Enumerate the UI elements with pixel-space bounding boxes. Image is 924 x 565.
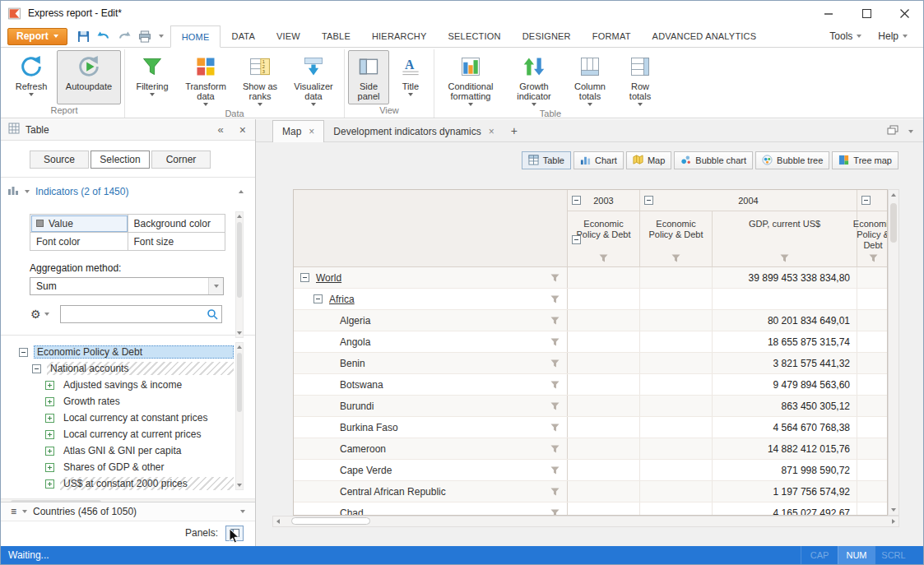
scrollbar-thumb[interactable]	[237, 222, 242, 298]
doc-tab-map[interactable]: Map ×	[272, 120, 324, 142]
print-dropdown-icon[interactable]	[159, 35, 164, 38]
tab-table[interactable]: TABLE	[311, 25, 361, 47]
settings-button[interactable]: ⚙	[30, 308, 49, 321]
float-window-icon[interactable]	[887, 125, 898, 137]
maximize-button[interactable]	[847, 1, 885, 25]
scroll-up-icon[interactable]	[891, 193, 896, 197]
doc-tab-development-indicators[interactable]: Development indicators dynamics ×	[324, 122, 503, 141]
redo-icon[interactable]	[118, 30, 131, 42]
help-menu[interactable]: Help	[871, 30, 915, 42]
close-tab-icon[interactable]: ×	[489, 126, 495, 137]
tab-hierarchy[interactable]: HIERARCHY	[361, 25, 438, 47]
table-row[interactable]: Botswana 9 479 894 563,60	[294, 374, 887, 396]
row-label[interactable]: Burkina Faso	[340, 422, 398, 433]
tree-item-national-accounts[interactable]: National accounts	[1, 360, 255, 377]
scrollbar-thumb[interactable]	[291, 517, 370, 525]
collapse-icon[interactable]	[32, 364, 41, 373]
transform-data-button[interactable]: Transform data	[178, 50, 234, 108]
table-row[interactable]: Cape Verde 871 998 590,72	[294, 460, 887, 481]
filter-icon[interactable]	[550, 317, 560, 325]
tab-advanced-analytics[interactable]: ADVANCED ANALYTICS	[642, 25, 768, 47]
aggregation-select[interactable]: Sum	[30, 277, 224, 295]
table-row[interactable]: Algeria 80 201 834 649,01	[294, 310, 887, 331]
expand-icon[interactable]	[45, 414, 54, 423]
scroll-down-icon[interactable]	[237, 484, 242, 487]
filter-icon[interactable]	[599, 254, 608, 262]
side-panel-button[interactable]: Side panel	[348, 50, 389, 104]
search-field[interactable]	[60, 305, 222, 323]
scrollbar-thumb[interactable]	[237, 353, 242, 412]
year-header-2003[interactable]: 2003	[568, 190, 640, 211]
table-row[interactable]: World 39 899 453 338 834,80	[294, 267, 887, 289]
tab-designer[interactable]: DESIGNER	[512, 25, 582, 47]
close-button[interactable]	[885, 1, 923, 25]
table-row[interactable]: Central African Republic 1 197 756 574,9…	[294, 481, 887, 502]
filter-icon[interactable]	[550, 424, 560, 432]
row-label[interactable]: Benin	[340, 358, 365, 369]
collapse-icon[interactable]	[572, 196, 581, 205]
collapse-icon[interactable]	[861, 196, 871, 205]
combo-dropdown-button[interactable]	[208, 278, 223, 294]
close-tab-icon[interactable]: ×	[309, 126, 314, 137]
row-label[interactable]: Botswana	[340, 379, 383, 391]
tab-selection[interactable]: Selection	[91, 151, 150, 169]
option-font-size[interactable]: Font size	[128, 233, 226, 251]
view-chart-button[interactable]: Chart	[573, 151, 624, 169]
table-row[interactable]: Benin 3 821 575 441,32	[294, 353, 887, 374]
view-table-button[interactable]: Table	[522, 151, 571, 169]
tree-item-growth-rates[interactable]: Growth rates	[1, 393, 255, 410]
filter-icon[interactable]	[550, 338, 560, 346]
tree-item-shares-of-gdp[interactable]: Shares of GDP & other	[1, 459, 255, 475]
conditional-formatting-button[interactable]: Conditional formatting	[438, 50, 504, 108]
option-font-color[interactable]: Font color	[30, 233, 128, 251]
collapse-icon[interactable]	[644, 196, 653, 205]
view-bubble-tree-button[interactable]: Bubble tree	[755, 151, 829, 169]
visualizer-data-button[interactable]: Visualizer data	[286, 50, 341, 108]
scroll-down-icon[interactable]	[237, 331, 242, 335]
filter-icon[interactable]	[550, 509, 560, 516]
expand-section-icon[interactable]	[240, 510, 245, 513]
filter-icon[interactable]	[869, 254, 878, 262]
filter-icon[interactable]	[550, 295, 560, 303]
collapse-panel-icon[interactable]: «	[218, 123, 224, 136]
tab-view[interactable]: VIEW	[266, 25, 311, 47]
column-header[interactable]: GDP, current US$	[713, 211, 857, 267]
filter-icon[interactable]	[550, 359, 560, 368]
filter-icon[interactable]	[550, 274, 560, 282]
row-label[interactable]: Angola	[340, 336, 370, 348]
filter-icon[interactable]	[550, 445, 560, 453]
expand-icon[interactable]	[45, 381, 54, 390]
filter-icon[interactable]	[671, 254, 680, 262]
collapse-icon[interactable]	[572, 235, 581, 244]
grid-horizontal-scrollbar[interactable]	[272, 516, 899, 527]
autoupdate-button[interactable]: Autoupdate	[57, 50, 121, 104]
filter-icon[interactable]	[550, 466, 560, 475]
option-value[interactable]: Value	[30, 215, 128, 233]
table-row[interactable]: Chad 4 165 027 492,67	[294, 502, 887, 516]
table-row[interactable]: Burkina Faso 4 564 670 768,38	[294, 417, 887, 438]
row-totals-button[interactable]: Row totals	[617, 50, 663, 108]
tab-format[interactable]: FORMAT	[582, 25, 642, 47]
tools-menu[interactable]: Tools	[822, 30, 869, 42]
row-label[interactable]: Africa	[329, 294, 355, 305]
report-menu-button[interactable]: Report	[7, 28, 67, 45]
growth-indicator-button[interactable]: Growth indicator	[505, 50, 563, 108]
tab-list-dropdown-icon[interactable]	[908, 130, 913, 133]
panel-scrollbar[interactable]	[235, 211, 244, 338]
scrollbar-thumb[interactable]	[890, 203, 897, 243]
collapse-icon[interactable]	[19, 348, 28, 357]
scroll-up-icon[interactable]	[237, 215, 242, 218]
search-icon[interactable]	[207, 308, 218, 320]
tree-item-adjusted-savings[interactable]: Adjusted savings & income	[1, 377, 255, 393]
tree-item-local-currency-constant[interactable]: Local currency at constant prices	[1, 410, 255, 426]
panels-button[interactable]	[225, 526, 244, 541]
grid-vertical-scrollbar[interactable]	[888, 189, 899, 516]
filter-icon[interactable]	[780, 254, 789, 262]
tree-scrollbar[interactable]	[235, 342, 244, 490]
tab-selection[interactable]: SELECTION	[438, 25, 512, 47]
minimize-button[interactable]	[810, 1, 847, 25]
new-tab-button[interactable]: +	[504, 124, 525, 137]
row-label[interactable]: World	[316, 272, 341, 284]
collapse-section-icon[interactable]	[239, 190, 244, 193]
save-button[interactable]	[77, 30, 90, 43]
